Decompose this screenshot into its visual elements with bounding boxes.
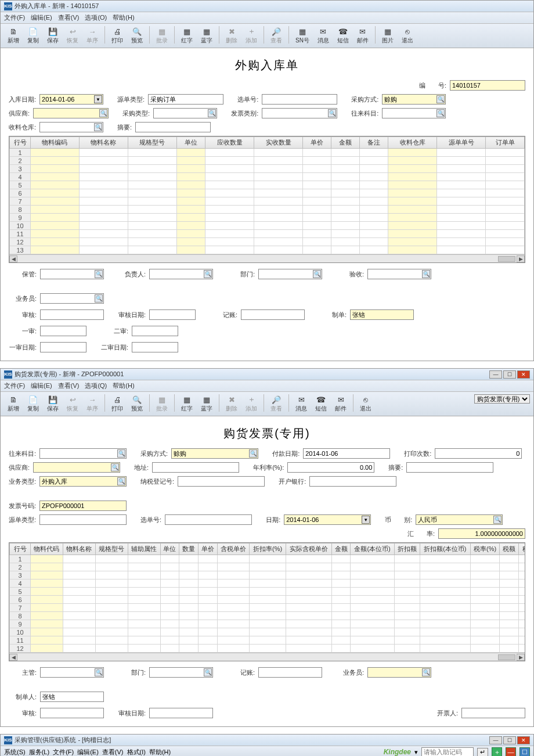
table-row[interactable]: 1 bbox=[10, 149, 525, 157]
toolbar-SN号[interactable]: ▦SN号 bbox=[292, 26, 313, 45]
remark-input[interactable] bbox=[406, 462, 493, 473]
tax-reg-input[interactable] bbox=[178, 476, 265, 487]
table-row[interactable]: 8 bbox=[10, 612, 525, 620]
col-header[interactable]: 单位 bbox=[160, 543, 179, 555]
lookup-icon[interactable]: 🔍 bbox=[422, 270, 430, 278]
inv-type-input[interactable] bbox=[262, 108, 337, 118]
toolbar-预览[interactable]: 🔍预览 bbox=[128, 394, 146, 413]
col-header[interactable]: 单位 bbox=[176, 137, 205, 149]
mnemonic-input[interactable] bbox=[421, 747, 474, 756]
bank-input[interactable] bbox=[309, 476, 396, 487]
menu-edit[interactable]: 编辑(E) bbox=[31, 381, 52, 390]
toolbar-消息[interactable]: ✉消息 bbox=[292, 394, 311, 413]
inv-no-input[interactable] bbox=[39, 501, 127, 511]
toolbar-打印[interactable]: 🖨打印 bbox=[108, 26, 127, 45]
col-header[interactable]: 辅助属性 bbox=[128, 543, 160, 555]
col-header[interactable]: 行号 bbox=[10, 543, 31, 555]
col-header[interactable]: 税额 bbox=[500, 543, 519, 555]
col-header[interactable]: 物料名称 bbox=[63, 543, 95, 555]
book-input[interactable] bbox=[258, 667, 322, 678]
col-header[interactable]: 实收数量 bbox=[254, 137, 303, 149]
col-header[interactable]: 数量 bbox=[179, 543, 199, 555]
add-button[interactable]: ＋ bbox=[492, 747, 502, 756]
brand-icon[interactable]: ▾ bbox=[414, 748, 418, 756]
h-scrollbar[interactable]: ◀▶ bbox=[9, 254, 525, 262]
lookup-icon[interactable]: 🔍 bbox=[422, 668, 430, 676]
col-header[interactable]: 金额 bbox=[331, 137, 360, 149]
table-row[interactable]: 4 bbox=[10, 579, 525, 588]
menu-file[interactable]: 文件(F) bbox=[53, 748, 74, 757]
src-type-input[interactable] bbox=[148, 94, 223, 105]
number-input[interactable] bbox=[450, 80, 525, 91]
menu-file[interactable]: 文件(F) bbox=[4, 381, 25, 390]
date-dropdown-icon[interactable]: ▼ bbox=[94, 95, 102, 103]
acct-input[interactable] bbox=[39, 448, 127, 459]
table-row[interactable]: 5 bbox=[10, 181, 525, 189]
minimize-button[interactable]: — bbox=[489, 736, 502, 744]
lookup-icon[interactable]: 🔍 bbox=[249, 449, 257, 458]
close-button[interactable]: ✕ bbox=[517, 370, 530, 379]
col-header[interactable]: 规格型号 bbox=[95, 543, 128, 555]
menu-edit[interactable]: 编辑(E) bbox=[31, 13, 52, 22]
lookup-icon[interactable]: 🔍 bbox=[111, 463, 119, 471]
src-type-input[interactable] bbox=[39, 514, 127, 525]
toolbar-复制[interactable]: 📄复制 bbox=[24, 26, 42, 45]
supplier-input[interactable] bbox=[33, 462, 120, 473]
minus-button[interactable]: — bbox=[506, 747, 516, 756]
col-header[interactable]: 行号 bbox=[10, 137, 31, 149]
col-header[interactable]: 规格型号 bbox=[128, 137, 176, 149]
toolbar-保存[interactable]: 💾保存 bbox=[44, 26, 62, 45]
print-cnt-input[interactable] bbox=[435, 448, 522, 459]
lookup-icon[interactable]: 🔍 bbox=[204, 270, 212, 278]
table-row[interactable]: 2 bbox=[10, 157, 525, 165]
table-row[interactable]: 7 bbox=[10, 604, 525, 612]
addr-input[interactable] bbox=[152, 462, 239, 473]
toolbar-退出[interactable]: ⎋退出 bbox=[356, 394, 375, 413]
col-header[interactable]: 单价 bbox=[303, 137, 331, 149]
col-header[interactable]: 金额(本位币) bbox=[351, 543, 394, 555]
maximize-button[interactable]: ☐ bbox=[503, 370, 516, 379]
col-header[interactable]: 源单单号 bbox=[437, 137, 486, 149]
due-date-input[interactable] bbox=[303, 448, 390, 459]
table-row[interactable]: 5 bbox=[10, 588, 525, 596]
col-header[interactable]: 物料代码 bbox=[31, 543, 63, 555]
table-row[interactable]: 9 bbox=[10, 620, 525, 628]
date-input[interactable] bbox=[284, 514, 371, 525]
col-header[interactable]: 单价 bbox=[198, 543, 217, 555]
toolbar-退出[interactable]: ⎋退出 bbox=[398, 26, 417, 45]
table-row[interactable]: 4 bbox=[10, 173, 525, 181]
toolbar-红字[interactable]: ▦红字 bbox=[178, 26, 196, 45]
lookup-icon[interactable]: 🔍 bbox=[117, 449, 125, 458]
table-row[interactable]: 9 bbox=[10, 214, 525, 222]
col-header[interactable]: 税额(本位币) bbox=[519, 543, 525, 555]
maximize-button[interactable]: ☐ bbox=[503, 736, 516, 744]
issuer-input[interactable] bbox=[461, 708, 525, 718]
col-header[interactable]: 物料编码 bbox=[31, 137, 80, 149]
menu-edit[interactable]: 编辑(E) bbox=[77, 748, 99, 757]
table-row[interactable]: 6 bbox=[10, 596, 525, 604]
r1-input[interactable] bbox=[40, 326, 86, 336]
col-header[interactable]: 金额 bbox=[331, 543, 351, 555]
toolbar-复制[interactable]: 📄复制 bbox=[24, 394, 42, 413]
table-row[interactable]: 11 bbox=[10, 230, 525, 238]
lookup-icon[interactable]: 🔍 bbox=[208, 109, 216, 117]
lookup-icon[interactable]: 🔍 bbox=[94, 123, 102, 131]
date-dropdown-icon[interactable]: ▼ bbox=[362, 516, 370, 524]
toolbar-蓝字[interactable]: ▦蓝字 bbox=[197, 26, 216, 45]
col-header[interactable]: 折扣额 bbox=[394, 543, 420, 555]
biz-type-input[interactable] bbox=[39, 476, 127, 487]
lookup-icon[interactable]: 🔍 bbox=[436, 109, 445, 117]
book-input[interactable] bbox=[241, 309, 305, 320]
col-header[interactable]: 税率(%) bbox=[470, 543, 500, 555]
close-button[interactable]: ✕ bbox=[517, 736, 530, 744]
col-header[interactable]: 含税单价 bbox=[217, 543, 250, 555]
lookup-icon[interactable]: 🔍 bbox=[95, 294, 103, 303]
lookup-icon[interactable]: 🔍 bbox=[436, 95, 445, 103]
col-header[interactable]: 备注 bbox=[360, 137, 388, 149]
col-header[interactable]: 折扣率(%) bbox=[250, 543, 286, 555]
table-row[interactable]: 1 bbox=[10, 555, 525, 563]
menu-format[interactable]: 格式(I) bbox=[127, 748, 146, 757]
audit-input[interactable] bbox=[40, 309, 104, 320]
yr-rate-input[interactable] bbox=[287, 462, 374, 473]
col-header[interactable]: 应收数量 bbox=[205, 137, 254, 149]
